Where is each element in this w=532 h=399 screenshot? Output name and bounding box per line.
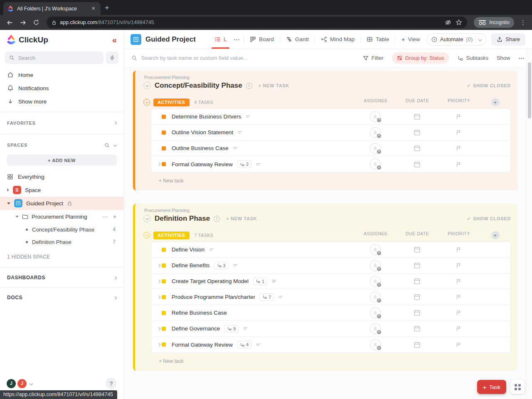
group-title[interactable]: Concept/Feasibility Phase <box>155 81 242 90</box>
add-assignee-button[interactable]: + <box>370 127 381 138</box>
priority-flag-button[interactable] <box>456 129 462 135</box>
spaces-search-icon[interactable] <box>104 143 110 148</box>
status-square-icon[interactable] <box>162 146 166 150</box>
task-row[interactable]: Define Governance 9 + <box>151 321 510 337</box>
chevron-down-icon[interactable] <box>113 143 117 147</box>
share-button[interactable]: Share <box>491 33 525 46</box>
expand-subtasks-icon[interactable] <box>157 279 160 283</box>
due-date-button[interactable] <box>414 129 421 136</box>
chevron-down-icon[interactable] <box>30 382 33 385</box>
collapse-status-button[interactable] <box>143 232 150 239</box>
toolbar-more-icon[interactable]: ••• <box>518 56 525 61</box>
tab-mind-map-view[interactable]: Mind Map <box>316 30 359 49</box>
collapse-caret-icon[interactable] <box>15 216 19 218</box>
status-square-icon[interactable] <box>162 327 166 331</box>
quick-apps-button[interactable] <box>510 380 525 394</box>
status-square-icon[interactable] <box>162 264 166 268</box>
task-row[interactable]: Produce Programme Plan/charter 7 + <box>151 289 510 305</box>
expand-subtasks-icon[interactable] <box>157 163 160 166</box>
task-row[interactable]: Formal Gateway Review 4 + <box>151 337 510 352</box>
view-more-icon[interactable]: ••• <box>231 30 242 49</box>
new-task-fab-button[interactable]: + Task <box>477 380 507 394</box>
spaces-section-header[interactable]: SPACES <box>0 138 123 152</box>
quick-actions-bolt-icon[interactable] <box>106 52 118 64</box>
sidebar-item-home[interactable]: Home <box>0 68 123 81</box>
group-by-status-button[interactable]: Group by: Status <box>392 52 449 64</box>
collapse-group-button[interactable] <box>143 82 151 89</box>
url-bar[interactable]: app.clickup.com/8471071/v/l/s/14984745 <box>47 17 467 28</box>
column-priority[interactable]: PRIORITY <box>438 231 480 239</box>
favorites-section-header[interactable]: FAVORITES <box>0 116 123 130</box>
subtask-count[interactable]: 4 <box>237 341 251 348</box>
show-closed-toggle[interactable]: ✓ SHOW CLOSED <box>467 83 511 89</box>
folder-add-icon[interactable]: + <box>113 213 116 220</box>
folder-more-icon[interactable]: ⋯ <box>102 213 108 220</box>
new-tab-button[interactable]: + <box>105 4 109 12</box>
status-square-icon[interactable] <box>162 248 166 252</box>
task-name[interactable]: Determine Business Drivers <box>172 113 241 120</box>
due-date-button[interactable] <box>414 341 421 348</box>
subtasks-button[interactable]: Subtasks <box>457 55 488 61</box>
show-button[interactable]: Show <box>497 55 510 61</box>
task-name[interactable]: Define Governance <box>172 325 220 332</box>
status-square-icon[interactable] <box>162 115 166 119</box>
collapse-status-button[interactable] <box>143 99 150 106</box>
eye-off-icon[interactable] <box>445 19 451 26</box>
status-square-icon[interactable] <box>162 162 166 166</box>
add-assignee-button[interactable]: + <box>370 308 381 318</box>
add-assignee-button[interactable]: + <box>370 276 381 287</box>
task-name[interactable]: Formal Gateway Review <box>172 161 233 167</box>
subtask-count[interactable]: 1 <box>253 278 267 285</box>
add-task-link[interactable]: + New task <box>159 358 511 364</box>
column-assignee[interactable]: ASSIGNEE <box>355 98 397 106</box>
user-avatar[interactable]: J <box>17 379 27 388</box>
subtask-count[interactable]: 7 <box>259 293 274 301</box>
bookmark-star-icon[interactable] <box>456 19 462 26</box>
new-task-link[interactable]: + NEW TASK <box>259 83 289 88</box>
sidebar-item-show-more[interactable]: Show more <box>0 95 123 108</box>
add-assignee-button[interactable]: + <box>370 143 381 154</box>
priority-flag-button[interactable] <box>456 246 462 253</box>
vertical-scrollbar[interactable] <box>526 49 532 399</box>
subtask-count[interactable]: 9 <box>224 325 239 332</box>
task-search-input[interactable] <box>131 54 268 62</box>
task-row[interactable]: Outline Business Case + <box>151 140 510 156</box>
browser-tab[interactable]: All Folders | J's Workspace ✕ <box>3 2 101 15</box>
status-square-icon[interactable] <box>162 311 166 315</box>
add-view-button[interactable]: + View <box>397 30 425 49</box>
priority-flag-button[interactable] <box>456 325 462 332</box>
add-assignee-button[interactable]: + <box>370 323 381 334</box>
status-square-icon[interactable] <box>162 342 166 347</box>
tab-list-view[interactable]: L <box>210 30 232 49</box>
status-badge[interactable]: ACTIVITIES <box>153 99 190 106</box>
back-button[interactable] <box>3 16 16 29</box>
show-closed-toggle[interactable]: ✓ SHOW CLOSED <box>467 216 511 222</box>
subtask-count[interactable]: 2 <box>237 160 251 168</box>
task-name[interactable]: Outline Vision Statement <box>172 129 233 135</box>
sidebar-item-guided-project[interactable]: Guided Project <box>0 197 123 210</box>
due-date-button[interactable] <box>414 293 421 300</box>
expand-subtasks-icon[interactable] <box>157 295 160 298</box>
task-row[interactable]: Create Target Operating Model 1 + <box>151 273 510 289</box>
priority-flag-button[interactable] <box>456 161 462 167</box>
due-date-button[interactable] <box>414 145 421 152</box>
task-name[interactable]: Produce Programme Plan/charter <box>172 294 255 300</box>
column-assignee[interactable]: ASSIGNEE <box>355 231 397 239</box>
task-name[interactable]: Refine Business Case <box>172 310 227 316</box>
add-assignee-button[interactable]: + <box>370 260 381 271</box>
collapse-caret-icon[interactable] <box>7 202 10 204</box>
clickup-logo[interactable]: ClickUp <box>7 34 48 45</box>
task-name[interactable]: Define Vision <box>172 246 204 253</box>
info-icon[interactable]: i <box>246 83 252 89</box>
task-row[interactable]: Outline Vision Statement + <box>151 125 510 140</box>
info-icon[interactable]: i <box>214 216 220 222</box>
add-column-button[interactable]: + <box>491 231 500 239</box>
task-name[interactable]: Outline Business Case <box>172 145 229 151</box>
due-date-button[interactable] <box>414 325 421 332</box>
task-name[interactable]: Create Target Operating Model <box>172 278 249 284</box>
due-date-button[interactable] <box>414 161 421 168</box>
column-due-date[interactable]: DUE DATE <box>397 231 438 239</box>
due-date-button[interactable] <box>414 246 421 253</box>
sidebar-item-space[interactable]: S Space <box>0 183 123 197</box>
filter-button[interactable]: Filter <box>363 55 384 61</box>
